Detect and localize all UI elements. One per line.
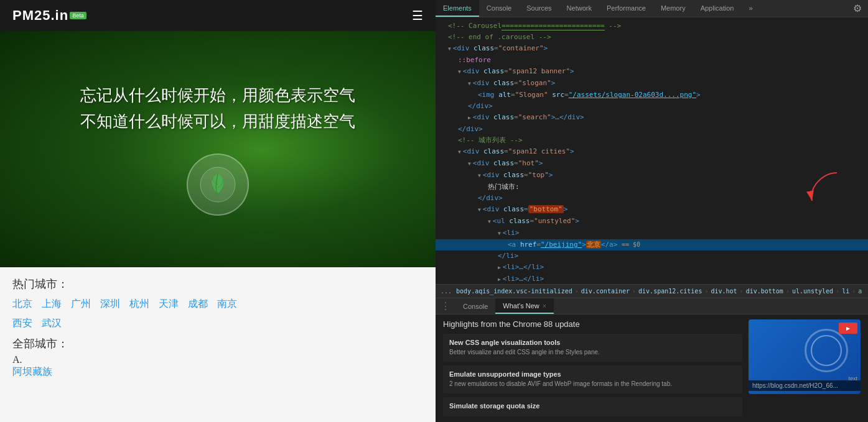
tree-line-div-close1: </div>	[436, 101, 868, 112]
tab-network[interactable]: Network	[559, 0, 599, 17]
expand-slogan[interactable]	[468, 79, 473, 87]
city-tianjin[interactable]: 天津	[159, 298, 179, 311]
devtools-gear-icon[interactable]: ⚙	[847, 0, 868, 17]
tree-line-unstyled[interactable]: <ul class="unstyled">	[436, 216, 868, 227]
bc-div-hot[interactable]: div.hot	[711, 288, 737, 295]
tree-line-bottom[interactable]: <div class="bottom">	[436, 204, 868, 216]
city-shenzhen[interactable]: 深圳	[100, 298, 120, 311]
breadcrumb-bar: ... body.aqis_index.vsc-initialized › di…	[436, 284, 868, 298]
video-inner-circle	[811, 335, 842, 366]
update-card-1: New CSS angle visualization tools Better…	[443, 334, 742, 362]
alpha-section: A. 阿坝藏族	[12, 354, 423, 378]
tab-elements[interactable]: Elements	[436, 0, 479, 17]
tree-line-container[interactable]: <div class="container">	[436, 43, 868, 55]
tab-more[interactable]: »	[741, 0, 760, 17]
expand-bottom[interactable]	[478, 205, 483, 213]
beijing-text: 北京	[586, 241, 601, 249]
expand-banner[interactable]	[458, 67, 463, 75]
tree-line-li-dots2[interactable]: <li>…</li>	[436, 273, 868, 284]
tree-line-img: <img alt="Slogan" src="/assets/slogan-02…	[436, 89, 868, 101]
expand-li3[interactable]	[498, 275, 503, 283]
elements-panel: <!-- Carousel========================= -…	[436, 17, 868, 298]
expand-unstyled[interactable]	[488, 217, 493, 225]
bc-a[interactable]: a	[858, 288, 862, 295]
alpha-city[interactable]: 阿坝藏族	[12, 366, 52, 377]
bc-div-container[interactable]: div.container	[581, 288, 630, 295]
tree-line-hotcities-text: 热门城市:	[436, 181, 868, 193]
tab-sources[interactable]: Sources	[519, 0, 559, 17]
tree-line-li[interactable]: <li>	[436, 227, 868, 239]
website-panel: PM25.inBeta ☰ 忘记从什么时候开始，用颜色表示空气 不知道什么时候可…	[0, 0, 436, 422]
city-beijing[interactable]: 北京	[12, 298, 32, 311]
expand-li2[interactable]	[498, 263, 503, 271]
bc-sep5: ›	[786, 288, 790, 295]
tree-line-cities-comment: <!-- 城市列表 -->	[436, 135, 868, 146]
city-links-row1: 北京 上海 广州 深圳 杭州 天津 成都 南京	[12, 298, 423, 311]
update-card-2-title: Emulate unsupported image types	[449, 370, 736, 378]
console-panel: ⋮ Console What's New × Highlights from t…	[436, 298, 868, 422]
tree-line-hot[interactable]: <div class="hot">	[436, 158, 868, 170]
console-tabs: ⋮ Console What's New ×	[436, 298, 868, 314]
console-menu-icon[interactable]: ⋮	[436, 298, 455, 314]
update-card-3-title: Simulate storage quota size	[449, 402, 736, 410]
tab-whats-new[interactable]: What's New ×	[495, 298, 554, 314]
bc-ul-unstyled[interactable]: ul.unstyled	[792, 288, 833, 295]
all-cities-title: 全部城市：	[12, 336, 423, 351]
bc-body[interactable]: body.aqis_index.vsc-initialized	[456, 288, 572, 295]
city-wuhan[interactable]: 武汉	[42, 317, 62, 330]
tab-memory[interactable]: Memory	[653, 0, 693, 17]
city-guangzhou[interactable]: 广州	[71, 298, 91, 311]
tab-console[interactable]: Console	[479, 0, 519, 17]
tree-line-slogan[interactable]: <div class="slogan">	[436, 78, 868, 89]
bc-li[interactable]: li	[842, 288, 849, 295]
whats-new-label: What's New	[503, 302, 539, 310]
bottom-section: 热门城市： 北京 上海 广州 深圳 杭州 天津 成都 南京 西安 武汉 全部城市…	[0, 267, 436, 422]
tree-line-top[interactable]: <div class="top">	[436, 170, 868, 181]
alpha-label: A.	[12, 354, 22, 365]
tree-line-span12-cities[interactable]: <div class="span12 cities">	[436, 146, 868, 158]
tree-line-li-dots1[interactable]: <li>…</li>	[436, 262, 868, 273]
tree-line-li-close: </li>	[436, 250, 868, 262]
city-links-row2: 西安 武汉	[12, 317, 423, 330]
update-card-1-title: New CSS angle visualization tools	[449, 339, 736, 346]
city-nanjing[interactable]: 南京	[217, 298, 237, 311]
leaf-icon	[187, 154, 249, 216]
tree-line-anchor-beijing[interactable]: <a href="/beijing">北京</a> == $0	[436, 239, 868, 250]
whats-new-title: Highlights from the Chrome 88 update	[443, 319, 742, 329]
tree-line-div-close2: </div>	[436, 124, 868, 135]
hero-content: 忘记从什么时候开始，用颜色表示空气 不知道什么时候可以，用甜度描述空气	[80, 83, 355, 215]
city-shanghai[interactable]: 上海	[42, 298, 62, 311]
tree-line-before: ::before	[436, 55, 868, 66]
tab-application[interactable]: Application	[693, 0, 742, 17]
tree-line-search[interactable]: <div class="search">…</div>	[436, 112, 868, 124]
bc-div-cities[interactable]: div.span12.cities	[638, 288, 702, 295]
expand-li[interactable]	[498, 229, 503, 237]
city-xian[interactable]: 西安	[12, 317, 32, 330]
hero-line2: 不知道什么时候可以，用甜度描述空气	[80, 109, 355, 135]
hero-section: 忘记从什么时候开始，用颜色表示空气 不知道什么时候可以，用甜度描述空气	[0, 31, 436, 267]
expand-container[interactable]	[448, 44, 453, 52]
tree-line-div-close3: </div>	[436, 193, 868, 204]
bc-sep7: ›	[852, 288, 856, 295]
bc-div-bottom[interactable]: div.bottom	[746, 288, 783, 295]
hero-text: 忘记从什么时候开始，用颜色表示空气 不知道什么时候可以，用甜度描述空气	[80, 83, 355, 134]
city-hangzhou[interactable]: 杭州	[129, 298, 149, 311]
devtools-tabs: Elements Console Sources Network Perform…	[436, 0, 868, 17]
hamburger-menu[interactable]: ☰	[412, 8, 423, 23]
hero-line1: 忘记从什么时候开始，用颜色表示空气	[80, 83, 355, 109]
video-circle	[805, 329, 848, 372]
whats-new-close-icon[interactable]: ×	[543, 302, 546, 310]
expand-hot[interactable]	[468, 159, 473, 167]
bc-sep1: ›	[575, 288, 579, 295]
html-tree[interactable]: <!-- Carousel========================= -…	[436, 17, 868, 284]
update-card-1-desc: Better visualize and edit CSS angle in t…	[449, 348, 736, 357]
breadcrumb-dots[interactable]: ...	[441, 288, 452, 295]
expand-cities[interactable]	[458, 147, 463, 155]
video-thumbnail[interactable]: https://blog.csdn.net/H2O_66... ▶ text	[749, 319, 861, 394]
expand-search[interactable]	[468, 113, 473, 121]
city-chengdu[interactable]: 成都	[188, 298, 208, 311]
expand-top[interactable]	[478, 171, 483, 179]
tab-performance[interactable]: Performance	[599, 0, 653, 17]
tree-line-span12-banner[interactable]: <div class="span12 banner">	[436, 66, 868, 78]
tab-console-bottom[interactable]: Console	[455, 298, 495, 314]
